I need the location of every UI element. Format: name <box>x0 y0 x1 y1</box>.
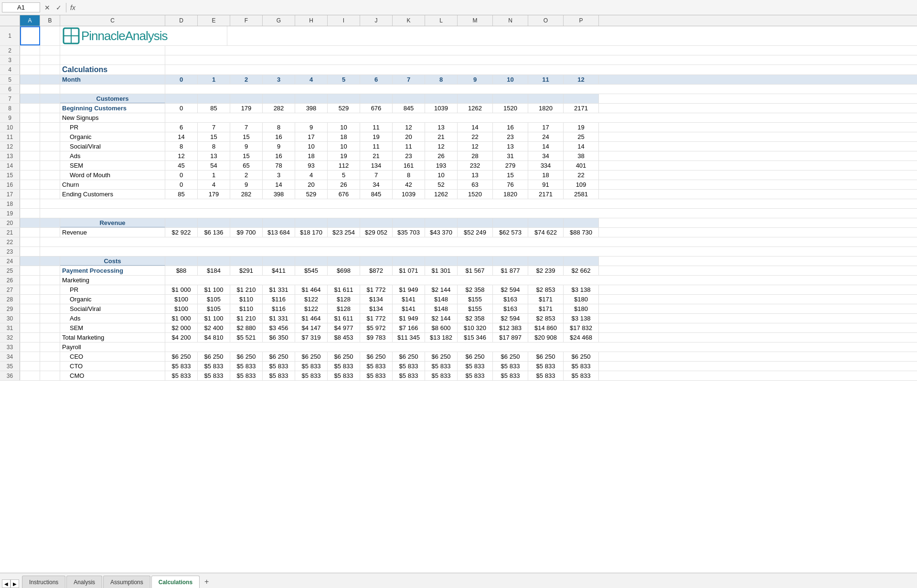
cell-c8-beginning-customers[interactable]: Beginning Customers <box>60 104 165 113</box>
cell-g31[interactable]: $3 456 <box>263 323 295 332</box>
cell-c21-revenue-label[interactable]: Revenue <box>60 228 165 237</box>
cell-l35[interactable]: $5 833 <box>425 362 458 371</box>
col-header-k[interactable]: K <box>393 15 425 26</box>
cell-m31[interactable]: $10 320 <box>458 323 493 332</box>
cell-h15[interactable]: 4 <box>295 171 328 180</box>
cell-c3[interactable] <box>60 55 165 64</box>
cell-a22[interactable] <box>20 237 40 246</box>
cell-c29-mkt-social[interactable]: Social/Viral <box>60 304 165 313</box>
cell-f25[interactable]: $291 <box>230 266 263 275</box>
cell-m5[interactable]: 9 <box>458 75 493 84</box>
cell-g8[interactable]: 282 <box>263 104 295 113</box>
cell-l15[interactable]: 10 <box>425 171 458 180</box>
cell-j8[interactable]: 676 <box>360 104 393 113</box>
cell-d16[interactable]: 0 <box>165 180 198 189</box>
cell-a5[interactable] <box>20 75 40 84</box>
cell-a20[interactable] <box>20 218 40 227</box>
cell-h24[interactable] <box>295 257 328 266</box>
col-header-b[interactable]: B <box>40 15 60 26</box>
cell-j13[interactable]: 21 <box>360 151 393 160</box>
cell-o24[interactable] <box>528 257 564 266</box>
cell-a26[interactable] <box>20 276 40 285</box>
tab-assumptions[interactable]: Assumptions <box>103 576 150 588</box>
cell-b17[interactable] <box>40 190 60 199</box>
cell-p20[interactable] <box>564 218 599 227</box>
cell-a3[interactable] <box>20 55 40 64</box>
cell-g14[interactable]: 78 <box>263 161 295 170</box>
cell-c10-pr[interactable]: PR <box>60 123 165 132</box>
cell-m7[interactable] <box>458 94 493 103</box>
cell-i30[interactable]: $1 611 <box>328 314 360 323</box>
cell-e32[interactable]: $4 810 <box>198 333 230 342</box>
cell-k16[interactable]: 42 <box>393 180 425 189</box>
cell-d36[interactable]: $5 833 <box>165 371 198 380</box>
cell-k34[interactable]: $6 250 <box>393 352 425 361</box>
cell-n10[interactable]: 16 <box>493 123 528 132</box>
cell-p11[interactable]: 25 <box>564 132 599 141</box>
cell-j10[interactable]: 11 <box>360 123 393 132</box>
cell-a7[interactable] <box>20 94 40 103</box>
cell-f20[interactable] <box>230 218 263 227</box>
cell-m11[interactable]: 22 <box>458 132 493 141</box>
cell-b8[interactable] <box>40 104 60 113</box>
cell-m28[interactable]: $155 <box>458 295 493 304</box>
cell-a16[interactable] <box>20 180 40 189</box>
cell-l32[interactable]: $13 182 <box>425 333 458 342</box>
cell-k28[interactable]: $141 <box>393 295 425 304</box>
cell-e7[interactable] <box>198 94 230 103</box>
cell-a9[interactable] <box>20 113 40 122</box>
cell-b20[interactable] <box>40 218 60 227</box>
cell-j35[interactable]: $5 833 <box>360 362 393 371</box>
cell-b2[interactable] <box>40 46 60 55</box>
cell-h28[interactable]: $122 <box>295 295 328 304</box>
cell-a33[interactable] <box>20 342 40 352</box>
cell-i29[interactable]: $128 <box>328 304 360 313</box>
cell-o31[interactable]: $14 860 <box>528 323 564 332</box>
cell-c26-marketing[interactable]: Marketing <box>60 276 165 285</box>
col-header-e[interactable]: E <box>198 15 230 26</box>
cell-b36[interactable] <box>40 371 60 380</box>
cell-k12[interactable]: 11 <box>393 142 425 151</box>
cell-e20[interactable] <box>198 218 230 227</box>
cell-i27[interactable]: $1 611 <box>328 285 360 294</box>
cancel-formula-button[interactable]: ✕ <box>42 2 53 13</box>
cell-a31[interactable] <box>20 323 40 332</box>
cell-i10[interactable]: 10 <box>328 123 360 132</box>
cell-o21[interactable]: $74 622 <box>528 228 564 237</box>
cell-f36[interactable]: $5 833 <box>230 371 263 380</box>
cell-d34[interactable]: $6 250 <box>165 352 198 361</box>
cell-e34[interactable]: $6 250 <box>198 352 230 361</box>
cell-c28-mkt-organic[interactable]: Organic <box>60 295 165 304</box>
cell-a30[interactable] <box>20 314 40 323</box>
cell-j28[interactable]: $134 <box>360 295 393 304</box>
cell-d30[interactable]: $1 000 <box>165 314 198 323</box>
cell-j25[interactable]: $872 <box>360 266 393 275</box>
cell-m16[interactable]: 63 <box>458 180 493 189</box>
cell-e27[interactable]: $1 100 <box>198 285 230 294</box>
cell-h27[interactable]: $1 464 <box>295 285 328 294</box>
cell-l8[interactable]: 1039 <box>425 104 458 113</box>
col-header-p[interactable]: P <box>564 15 599 26</box>
cell-f7[interactable] <box>230 94 263 103</box>
cell-b31[interactable] <box>40 323 60 332</box>
cell-m30[interactable]: $2 358 <box>458 314 493 323</box>
cell-n14[interactable]: 279 <box>493 161 528 170</box>
cell-n24[interactable] <box>493 257 528 266</box>
col-header-i[interactable]: I <box>328 15 360 26</box>
cell-c14-sem[interactable]: SEM <box>60 161 165 170</box>
cell-o5[interactable]: 11 <box>528 75 564 84</box>
cell-p5[interactable]: 12 <box>564 75 599 84</box>
cell-l11[interactable]: 21 <box>425 132 458 141</box>
cell-a10[interactable] <box>20 123 40 132</box>
cell-f11[interactable]: 15 <box>230 132 263 141</box>
cell-c34-ceo[interactable]: CEO <box>60 352 165 361</box>
cell-m15[interactable]: 13 <box>458 171 493 180</box>
cell-f24[interactable] <box>230 257 263 266</box>
cell-o17[interactable]: 2171 <box>528 190 564 199</box>
cell-f32[interactable]: $5 521 <box>230 333 263 342</box>
cell-i16[interactable]: 26 <box>328 180 360 189</box>
cell-m29[interactable]: $155 <box>458 304 493 313</box>
cell-e28[interactable]: $105 <box>198 295 230 304</box>
cell-f29[interactable]: $110 <box>230 304 263 313</box>
cell-g24[interactable] <box>263 257 295 266</box>
